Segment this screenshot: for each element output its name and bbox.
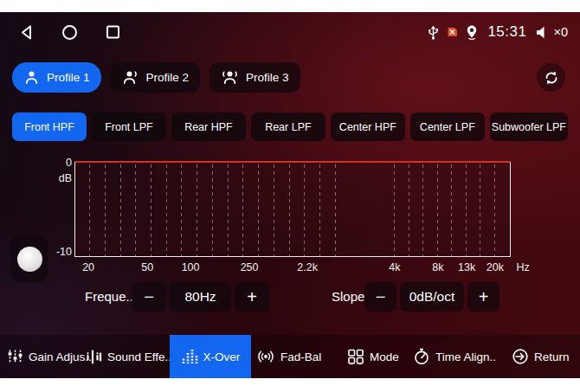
y-axis-top-label: 0 xyxy=(35,157,72,169)
sd-card-icon xyxy=(447,27,458,37)
person-voice-icon xyxy=(122,69,139,86)
nav-mode[interactable]: Mode xyxy=(347,335,399,378)
profile-3-button[interactable]: Profile 3 xyxy=(209,62,300,93)
slope-plus-button[interactable]: + xyxy=(467,282,499,312)
fader-balance-icon xyxy=(256,349,275,364)
tab-front-lpf[interactable]: Front LPF xyxy=(92,112,166,141)
gridline xyxy=(228,164,229,256)
nav-label: Time Align.. xyxy=(435,350,496,363)
gridline xyxy=(274,164,274,256)
gridline xyxy=(105,164,106,256)
nav-gain-adjust[interactable]: Gain Adjus.. xyxy=(7,335,92,378)
gridline xyxy=(258,164,259,256)
gridline xyxy=(120,164,121,256)
tab-label: Rear LPF xyxy=(265,121,312,133)
gridline xyxy=(135,164,136,256)
tab-label: Subwoofer LPF xyxy=(492,121,566,133)
gridline xyxy=(335,164,336,256)
gridline xyxy=(466,164,467,256)
x-tick-label: 2.2k xyxy=(297,261,318,273)
tab-label: Center HPF xyxy=(339,121,396,133)
gridline xyxy=(89,164,90,256)
tab-rear-lpf[interactable]: Rear LPF xyxy=(251,112,325,141)
gridline xyxy=(394,164,395,256)
back-button[interactable] xyxy=(16,22,36,42)
profile-label: Profile 1 xyxy=(47,71,90,84)
knob-circle-icon xyxy=(17,247,42,272)
nav-fad-bal[interactable]: Fad-Bal xyxy=(256,335,321,378)
sound-effect-equalizer-icon xyxy=(86,350,102,364)
filter-tabs: Front HPF Front LPF Rear HPF Rear LPF Ce… xyxy=(12,112,568,141)
gridline xyxy=(494,164,495,256)
gridline xyxy=(451,164,452,256)
x-tick-label: 20 xyxy=(82,261,94,273)
nav-time-alignment[interactable]: Time Align.. xyxy=(413,335,496,378)
clock: 15:31 xyxy=(486,23,528,41)
profile-2-button[interactable]: Profile 2 xyxy=(111,62,201,93)
status-bar: 15:31 ×0 xyxy=(0,19,580,45)
volume-level: ×0 xyxy=(553,25,568,39)
nav-label: X-Over xyxy=(203,350,241,363)
back-icon xyxy=(18,23,35,42)
gridline xyxy=(151,164,151,256)
gridline xyxy=(289,164,290,256)
location-icon xyxy=(465,24,479,41)
tab-center-hpf[interactable]: Center HPF xyxy=(331,112,405,141)
tab-subwoofer-lpf[interactable]: Subwoofer LPF xyxy=(490,112,568,141)
home-icon xyxy=(61,23,79,42)
x-tick-label: 13k xyxy=(458,261,475,273)
person-icon xyxy=(23,69,40,86)
reset-button[interactable] xyxy=(537,63,565,92)
gridline xyxy=(166,164,167,256)
x-tick-label: 4k xyxy=(389,261,400,273)
bottom-white-strip xyxy=(0,378,580,392)
person-broadcast-icon xyxy=(221,69,239,86)
tab-center-lpf[interactable]: Center LPF xyxy=(410,112,485,141)
nav-x-over[interactable]: X-Over xyxy=(170,335,251,378)
tab-rear-hpf[interactable]: Rear HPF xyxy=(171,112,246,141)
gridline xyxy=(422,164,423,256)
screen: 15:31 ×0 Profile 1 xyxy=(0,0,580,392)
gridline xyxy=(304,164,305,256)
gridline xyxy=(409,164,409,256)
y-axis-unit-label: dB xyxy=(35,172,72,184)
x-tick-label: Hz xyxy=(516,261,529,273)
frequency-minus-button[interactable]: − xyxy=(132,282,166,312)
gridline xyxy=(480,164,480,256)
recents-button[interactable] xyxy=(102,22,123,42)
android-nav-buttons xyxy=(16,22,123,42)
gridline xyxy=(181,164,182,256)
nav-return[interactable]: Return xyxy=(512,335,570,378)
profile-label: Profile 2 xyxy=(146,71,190,84)
profile-bar: Profile 1 Profile 2 Profile 3 xyxy=(12,62,300,93)
gridline xyxy=(212,164,213,256)
x-tick-label: 250 xyxy=(241,261,259,273)
x-tick-label: 100 xyxy=(182,261,200,273)
x-axis-labels: 20501002502.2k4k8k13k20kHz xyxy=(74,261,511,275)
recents-icon xyxy=(105,23,121,42)
crossover-knob[interactable] xyxy=(10,235,48,282)
top-white-strip xyxy=(0,0,580,12)
frequency-plus-button[interactable]: + xyxy=(235,282,269,312)
gridline xyxy=(319,164,320,256)
tab-label: Rear HPF xyxy=(184,121,233,133)
home-button[interactable] xyxy=(59,22,80,42)
bottom-nav: Gain Adjus.. Sound Effe.. xyxy=(0,335,580,378)
gridline xyxy=(197,164,197,256)
slope-value: 0dB/oct xyxy=(400,282,464,312)
status-tray: 15:31 ×0 xyxy=(427,19,568,45)
mode-grid-icon xyxy=(347,349,364,365)
tab-front-hpf[interactable]: Front HPF xyxy=(12,112,87,141)
nav-sound-effects[interactable]: Sound Effe.. xyxy=(86,335,171,378)
x-tick-label: 8k xyxy=(432,261,443,273)
frequency-value: 80Hz xyxy=(170,282,231,312)
plot-gridlines xyxy=(75,162,510,256)
nav-label: Gain Adjus.. xyxy=(29,350,92,363)
frequency-response-plot xyxy=(74,162,511,257)
response-line xyxy=(75,161,510,163)
profile-1-button[interactable]: Profile 1 xyxy=(12,62,101,93)
nav-label: Return xyxy=(534,350,570,363)
profile-label: Profile 3 xyxy=(246,71,289,84)
time-alignment-stopwatch-icon xyxy=(413,348,430,365)
slope-minus-button[interactable]: − xyxy=(364,282,396,312)
